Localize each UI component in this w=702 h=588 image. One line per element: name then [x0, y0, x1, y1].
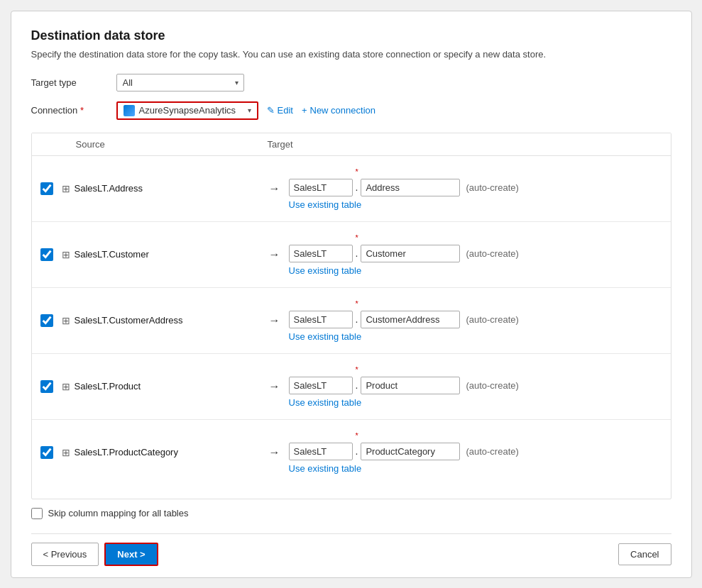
skip-mapping-row: Skip column mapping for all tables: [31, 508, 671, 519]
arrow-icon: →: [260, 446, 289, 459]
use-existing-customer[interactable]: Use existing table: [289, 265, 662, 276]
target-product: * . (auto-create) Use existing table: [289, 365, 662, 408]
row-checkbox-productcategory[interactable]: [40, 446, 53, 459]
row-checkbox-customeraddress[interactable]: [40, 314, 53, 327]
table-icon: ⊞: [62, 447, 70, 458]
use-existing-productcategory[interactable]: Use existing table: [289, 463, 662, 474]
source-productcategory: ⊞ SalesLT.ProductCategory: [62, 447, 260, 458]
plus-icon: +: [302, 105, 307, 116]
table-input-productcategory[interactable]: [361, 443, 460, 460]
row-checkbox-product[interactable]: [40, 380, 53, 393]
target-inputs-customer: . (auto-create): [289, 245, 662, 262]
source-product: ⊞ SalesLT.Product: [62, 381, 260, 392]
target-customeraddress: * . (auto-create) Use existing table: [289, 299, 662, 342]
table-icon: ⊞: [62, 183, 70, 194]
source-customer: ⊞ SalesLT.Customer: [62, 249, 260, 260]
table-input-customeraddress[interactable]: [361, 311, 460, 328]
dialog-footer: < Previous Next > Cancel: [31, 533, 671, 566]
destination-data-store-dialog: Destination data store Specify the desti…: [11, 11, 692, 578]
connection-row: Connection * AzureSynapseAnalytics ▾ ✎ E…: [31, 101, 671, 120]
cancel-label: Cancel: [630, 549, 659, 560]
table-input-product[interactable]: [361, 377, 460, 394]
target-customer: * . (auto-create) Use existing table: [289, 233, 662, 276]
new-connection-label: New connection: [310, 105, 376, 116]
table-input-customer[interactable]: [361, 245, 460, 262]
arrow-icon: →: [260, 248, 289, 261]
next-label: Next >: [117, 549, 145, 560]
target-address: * . (auto-create) Use existing table: [289, 167, 662, 210]
previous-button[interactable]: < Previous: [31, 543, 99, 566]
edit-icon: ✎: [267, 105, 275, 116]
source-address: ⊞ SalesLT.Address: [62, 183, 260, 194]
auto-create-product: (auto-create): [466, 380, 518, 391]
previous-label: < Previous: [43, 549, 87, 560]
table-row: ⊞ SalesLT.Product → * . (auto-create) Us…: [32, 354, 671, 420]
use-existing-product[interactable]: Use existing table: [289, 397, 662, 408]
auto-create-customer: (auto-create): [466, 248, 518, 259]
target-inputs-customeraddress: . (auto-create): [289, 311, 662, 328]
schema-input-address[interactable]: [289, 179, 353, 196]
arrow-icon: →: [260, 380, 289, 393]
target-type-select-wrapper: All ▾: [116, 74, 244, 91]
connection-chevron-icon: ▾: [248, 106, 251, 114]
dialog-subtitle: Specify the destination data store for t…: [31, 49, 671, 60]
schema-input-product[interactable]: [289, 377, 353, 394]
row-checkbox-address[interactable]: [40, 182, 53, 195]
source-customeraddress: ⊞ SalesLT.CustomerAddress: [62, 315, 260, 326]
table-row: ⊞ SalesLT.ProductCategory → * . (auto-cr…: [32, 420, 671, 485]
new-connection-button[interactable]: + New connection: [302, 105, 375, 116]
synapse-icon: [124, 105, 135, 116]
next-button[interactable]: Next >: [104, 543, 158, 566]
target-type-label: Target type: [31, 77, 116, 88]
footer-left: < Previous Next >: [31, 543, 158, 566]
use-existing-address[interactable]: Use existing table: [289, 199, 662, 210]
target-type-select[interactable]: All: [116, 74, 244, 91]
source-header: Source: [40, 139, 268, 150]
target-inputs-address: . (auto-create): [289, 179, 662, 196]
auto-create-address: (auto-create): [466, 182, 518, 193]
connection-value: AzureSynapseAnalytics: [139, 105, 242, 116]
arrow-icon: →: [260, 314, 289, 327]
table-row: ⊞ SalesLT.Customer → * . (auto-create) U…: [32, 222, 671, 288]
schema-input-customer[interactable]: [289, 245, 353, 262]
edit-label: Edit: [278, 105, 293, 116]
schema-input-customeraddress[interactable]: [289, 311, 353, 328]
use-existing-customeraddress[interactable]: Use existing table: [289, 331, 662, 342]
table-row: ⊞ SalesLT.Address → * . (auto-create) Us…: [32, 156, 671, 222]
table-icon: ⊞: [62, 315, 70, 326]
schema-input-productcategory[interactable]: [289, 443, 353, 460]
cancel-button[interactable]: Cancel: [618, 543, 671, 565]
edit-button[interactable]: ✎ Edit: [267, 105, 293, 116]
connection-dropdown[interactable]: AzureSynapseAnalytics ▾: [116, 101, 258, 120]
table-row: ⊞ SalesLT.CustomerAddress → * . (auto-cr…: [32, 288, 671, 354]
skip-label: Skip column mapping for all tables: [48, 508, 189, 518]
mapping-table: Source Target ⊞ SalesLT.Address → * . (a…: [31, 133, 671, 499]
dialog-title: Destination data store: [31, 28, 671, 43]
target-productcategory: * . (auto-create) Use existing table: [289, 431, 662, 474]
target-inputs-product: . (auto-create): [289, 377, 662, 394]
target-inputs-productcategory: . (auto-create): [289, 443, 662, 460]
table-icon: ⊞: [62, 249, 70, 260]
table-input-address[interactable]: [361, 179, 460, 196]
table-header: Source Target: [32, 133, 671, 156]
arrow-icon: →: [260, 182, 289, 195]
row-checkbox-customer[interactable]: [40, 248, 53, 261]
auto-create-customeraddress: (auto-create): [466, 314, 518, 325]
table-icon: ⊞: [62, 381, 70, 392]
target-type-row: Target type All ▾: [31, 74, 671, 91]
target-header: Target: [268, 139, 662, 150]
auto-create-productcategory: (auto-create): [466, 446, 518, 457]
skip-checkbox[interactable]: [31, 508, 43, 519]
connection-label: Connection *: [31, 105, 116, 116]
